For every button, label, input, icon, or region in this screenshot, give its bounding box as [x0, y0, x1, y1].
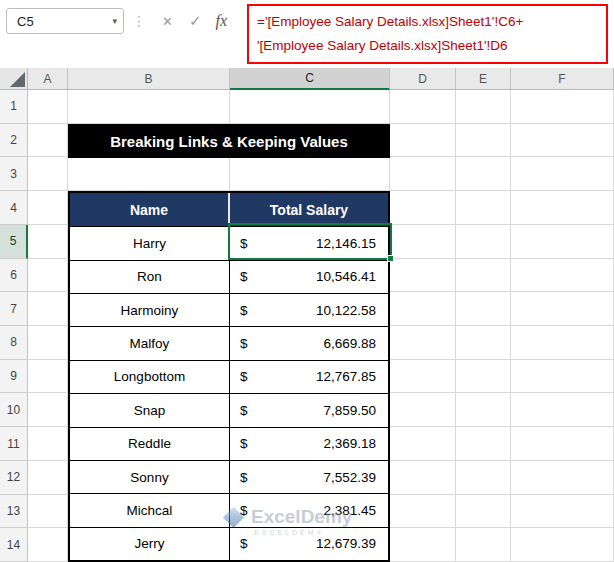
name-cell[interactable]: Snap	[70, 394, 230, 426]
enter-icon[interactable]: ✓	[189, 12, 202, 30]
cell-E3[interactable]	[456, 157, 511, 191]
column-header-D[interactable]: D	[390, 68, 456, 90]
row-header-7[interactable]: 7	[0, 292, 28, 326]
cell-A1[interactable]	[28, 90, 68, 124]
cell-F7[interactable]	[511, 292, 614, 326]
cell-D9[interactable]	[390, 360, 456, 394]
row-header-6[interactable]: 6	[0, 259, 28, 293]
name-cell[interactable]: Reddle	[70, 428, 230, 460]
cell-E13[interactable]	[456, 495, 511, 529]
cell-A6[interactable]	[28, 259, 68, 293]
salary-cell[interactable]: $10,546.41	[230, 261, 388, 293]
row-header-1[interactable]: 1	[0, 90, 28, 124]
cell-A4[interactable]	[28, 191, 68, 225]
row-header-3[interactable]: 3	[0, 157, 28, 191]
cell-A13[interactable]	[28, 495, 68, 529]
name-cell[interactable]: Michcal	[70, 494, 230, 526]
cell-F1[interactable]	[511, 90, 614, 124]
cell-E5[interactable]	[456, 225, 511, 259]
salary-cell[interactable]: $2,369.18	[230, 428, 388, 460]
cell-A12[interactable]	[28, 461, 68, 495]
salary-cell[interactable]: $10,122.58	[230, 294, 388, 326]
cell-A9[interactable]	[28, 360, 68, 394]
cell-B1[interactable]	[68, 90, 230, 124]
cell-D11[interactable]	[390, 427, 456, 461]
name-box[interactable]: C5 ▾	[6, 8, 124, 34]
name-cell[interactable]: Jerry	[70, 528, 230, 560]
table-header-name[interactable]: Name	[70, 193, 230, 226]
cell-D1[interactable]	[390, 90, 456, 124]
salary-cell[interactable]: $7,859.50	[230, 394, 388, 426]
cell-A11[interactable]	[28, 427, 68, 461]
cell-D13[interactable]	[390, 495, 456, 529]
cell-E10[interactable]	[456, 393, 511, 427]
cell-A10[interactable]	[28, 393, 68, 427]
cell-D6[interactable]	[390, 259, 456, 293]
row-header-13[interactable]: 13	[0, 495, 28, 529]
cell-B3[interactable]	[68, 157, 230, 191]
cell-D3[interactable]	[390, 157, 456, 191]
cell-F11[interactable]	[511, 427, 614, 461]
column-header-E[interactable]: E	[456, 68, 511, 90]
cell-E1[interactable]	[456, 90, 511, 124]
cell-E4[interactable]	[456, 191, 511, 225]
name-cell[interactable]: Sonny	[70, 461, 230, 493]
row-header-8[interactable]: 8	[0, 326, 28, 360]
cell-F14[interactable]	[511, 528, 614, 562]
cell-F13[interactable]	[511, 495, 614, 529]
cell-E12[interactable]	[456, 461, 511, 495]
cell-D12[interactable]	[390, 461, 456, 495]
select-all-button[interactable]	[0, 68, 28, 90]
cell-E6[interactable]	[456, 259, 511, 293]
insert-function-icon[interactable]: fx	[215, 12, 227, 30]
name-cell[interactable]: Ron	[70, 261, 230, 293]
column-header-F[interactable]: F	[511, 68, 614, 90]
row-header-9[interactable]: 9	[0, 360, 28, 394]
cell-F6[interactable]	[511, 259, 614, 293]
name-cell[interactable]: Harmoiny	[70, 294, 230, 326]
cell-A14[interactable]	[28, 528, 68, 562]
cell-E8[interactable]	[456, 326, 511, 360]
name-cell[interactable]: Harry	[70, 227, 230, 259]
cancel-icon[interactable]: ✕	[162, 14, 173, 29]
cell-F10[interactable]	[511, 393, 614, 427]
formula-bar[interactable]: ='[Employee Salary Details.xlsx]Sheet1'!…	[247, 4, 608, 64]
cell-D4[interactable]	[390, 191, 456, 225]
cell-E9[interactable]	[456, 360, 511, 394]
cell-D5[interactable]	[390, 225, 456, 259]
cell-F9[interactable]	[511, 360, 614, 394]
column-header-A[interactable]: A	[28, 68, 68, 90]
row-header-12[interactable]: 12	[0, 461, 28, 495]
cell-D14[interactable]	[390, 528, 456, 562]
name-cell[interactable]: Malfoy	[70, 327, 230, 359]
cell-E11[interactable]	[456, 427, 511, 461]
row-header-4[interactable]: 4	[0, 191, 28, 225]
salary-cell[interactable]: $12,767.85	[230, 361, 388, 393]
cell-F12[interactable]	[511, 461, 614, 495]
cell-F2[interactable]	[511, 124, 614, 158]
cell-F5[interactable]	[511, 225, 614, 259]
row-header-14[interactable]: 14	[0, 528, 28, 562]
cell-E14[interactable]	[456, 528, 511, 562]
row-header-11[interactable]: 11	[0, 427, 28, 461]
cell-D2[interactable]	[390, 124, 456, 158]
cell-F8[interactable]	[511, 326, 614, 360]
cell-F3[interactable]	[511, 157, 614, 191]
cell-D7[interactable]	[390, 292, 456, 326]
cell-A7[interactable]	[28, 292, 68, 326]
selected-cell-outline[interactable]	[228, 223, 392, 260]
cell-E2[interactable]	[456, 124, 511, 158]
row-header-10[interactable]: 10	[0, 393, 28, 427]
salary-cell[interactable]: $7,552.39	[230, 461, 388, 493]
cell-D8[interactable]	[390, 326, 456, 360]
cell-A5[interactable]	[28, 225, 68, 259]
row-header-5[interactable]: 5	[0, 225, 28, 259]
salary-cell[interactable]: $6,669.88	[230, 327, 388, 359]
column-header-C[interactable]: C	[230, 68, 390, 90]
cell-C3[interactable]	[230, 157, 390, 191]
fill-handle[interactable]	[387, 255, 394, 262]
cell-C1[interactable]	[230, 90, 390, 124]
cell-D10[interactable]	[390, 393, 456, 427]
chevron-down-icon[interactable]: ▾	[112, 16, 117, 26]
cell-F4[interactable]	[511, 191, 614, 225]
